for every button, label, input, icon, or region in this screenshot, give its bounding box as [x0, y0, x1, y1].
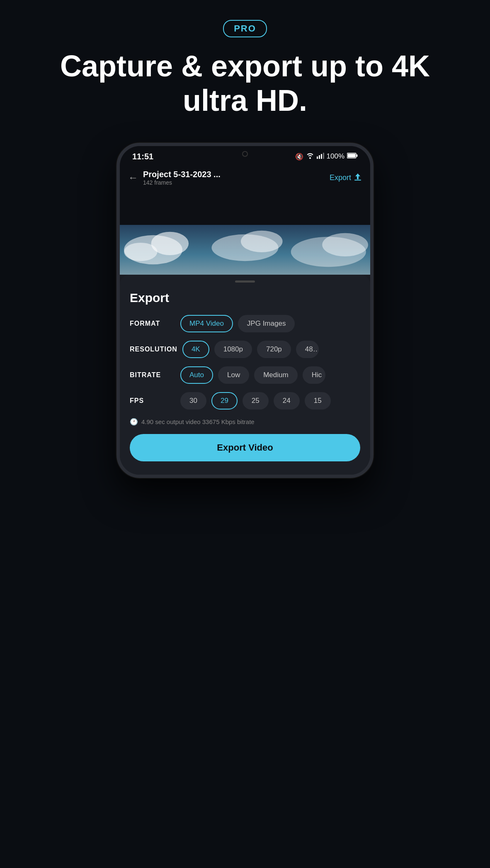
svg-rect-0: [317, 156, 318, 159]
fps-row: FPS 30 29 25 24 15: [130, 392, 360, 410]
svg-rect-5: [357, 154, 358, 157]
resolution-label: RESOLUTION: [130, 346, 177, 353]
mute-icon: 🔇: [295, 153, 303, 161]
format-label: FORMAT: [130, 320, 175, 327]
bitrate-auto-button[interactable]: Auto: [180, 366, 213, 384]
fps-25-button[interactable]: 25: [243, 392, 269, 410]
svg-point-12: [241, 230, 283, 252]
app-header: ← Project 5-31-2023 ... 142 frames Expor…: [120, 165, 370, 192]
bitrate-options: Auto Low Medium Hic: [180, 366, 325, 384]
preview-area: [120, 192, 370, 275]
frames-count: 142 frames: [143, 179, 325, 186]
format-row: FORMAT MP4 Video JPG Images: [130, 315, 360, 332]
export-section-title: Export: [130, 291, 360, 305]
output-info-row: 🕐 4.90 sec output video 33675 Kbps bitra…: [130, 418, 360, 426]
header-export-button[interactable]: Export: [330, 173, 362, 183]
bitrate-row: BITRATE Auto Low Medium Hic: [130, 366, 360, 384]
battery-text: 100%: [327, 152, 344, 161]
resolution-480p-button[interactable]: 48…: [296, 341, 319, 358]
svg-rect-7: [354, 180, 361, 180]
header-center: Project 5-31-2023 ... 142 frames: [143, 170, 325, 186]
svg-rect-2: [321, 154, 322, 159]
svg-rect-6: [348, 154, 356, 158]
sheet-handle: [235, 280, 255, 283]
signal-icon: [317, 152, 324, 161]
svg-rect-3: [323, 153, 324, 159]
fps-30-button[interactable]: 30: [180, 392, 206, 410]
status-icons: 🔇 100%: [295, 152, 358, 161]
status-time: 11:51: [132, 152, 153, 161]
format-mp4-button[interactable]: MP4 Video: [180, 315, 233, 332]
project-title: Project 5-31-2023 ...: [143, 170, 325, 179]
resolution-1080p-button[interactable]: 1080p: [214, 341, 252, 358]
fps-options: 30 29 25 24 15: [180, 392, 331, 410]
svg-rect-1: [319, 155, 320, 159]
fps-29-button[interactable]: 29: [211, 392, 238, 410]
back-button[interactable]: ←: [128, 172, 138, 183]
fps-label: FPS: [130, 397, 175, 405]
camera-notch: [242, 151, 248, 157]
bitrate-high-button[interactable]: Hic: [303, 366, 325, 384]
export-video-button[interactable]: Export Video: [130, 434, 360, 461]
output-info-text: 4.90 sec output video 33675 Kbps bitrate: [141, 418, 255, 425]
export-bottom-sheet: Export FORMAT MP4 Video JPG Images RESOL…: [120, 275, 370, 475]
format-options: MP4 Video JPG Images: [180, 315, 295, 332]
wifi-icon: [306, 152, 314, 161]
clock-icon: 🕐: [130, 418, 138, 426]
export-up-icon: [354, 173, 362, 183]
bitrate-label: BITRATE: [130, 371, 175, 379]
export-label-header: Export: [330, 173, 351, 182]
pro-badge: PRO: [223, 20, 267, 37]
format-jpg-button[interactable]: JPG Images: [238, 315, 295, 332]
resolution-4k-button[interactable]: 4K: [182, 341, 209, 358]
phone-mockup: 11:51 🔇 100%: [116, 143, 374, 478]
svg-point-14: [322, 233, 368, 256]
resolution-row: RESOLUTION 4K 1080p 720p 48…: [130, 341, 360, 358]
battery-icon: [347, 153, 358, 160]
fps-24-button[interactable]: 24: [274, 392, 300, 410]
bitrate-low-button[interactable]: Low: [218, 366, 249, 384]
bitrate-medium-button[interactable]: Medium: [254, 366, 297, 384]
resolution-options: 4K 1080p 720p 48…: [182, 341, 319, 358]
fps-15-button[interactable]: 15: [305, 392, 331, 410]
resolution-720p-button[interactable]: 720p: [257, 341, 291, 358]
svg-point-10: [124, 242, 158, 261]
hero-title: Capture & export up to 4K ultra HD.: [0, 49, 490, 118]
